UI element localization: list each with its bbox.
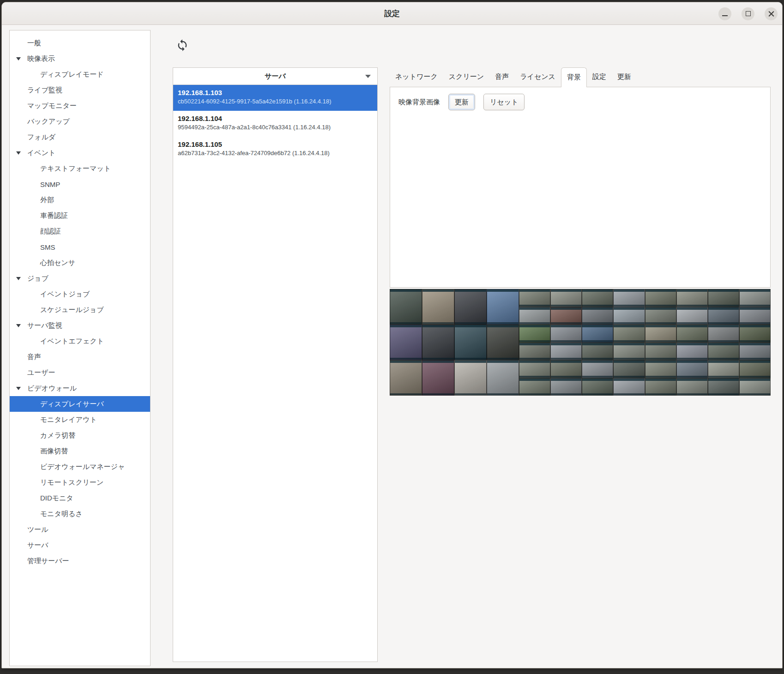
sidebar-tree-item[interactable]: 顔認証 (10, 223, 150, 239)
expander-arrow-icon[interactable] (16, 151, 21, 155)
sidebar-tree-item[interactable]: 画像切替 (10, 443, 150, 459)
camera-thumbnail (613, 289, 645, 307)
maximize-button[interactable] (742, 7, 754, 20)
server-column-header[interactable]: サーバ (173, 68, 377, 85)
tab-item[interactable]: ネットワーク (390, 67, 443, 87)
sidebar-tree-item[interactable]: ディスプレイサーバ (10, 396, 150, 412)
tab-item[interactable]: 音声 (489, 67, 514, 87)
sidebar-tree-item[interactable]: SNMP (10, 176, 150, 192)
sidebar-tree-item[interactable]: モニタ明るさ (10, 506, 150, 522)
camera-thumbnail (739, 289, 771, 307)
sidebar-item-label: ディスプレイモード (10, 70, 104, 79)
sidebar-tree-item[interactable]: ユーザー (10, 365, 150, 380)
camera-thumbnail (454, 325, 487, 360)
sidebar-tree-item[interactable]: DIDモニタ (10, 490, 150, 506)
camera-thumbnail (582, 325, 613, 343)
server-uuid-version: a62b731a-73c2-4132-afea-724709de6b72 (1.… (178, 149, 377, 157)
sidebar-tree-item[interactable]: ツール (10, 522, 150, 537)
server-uuid-version: cb502214-6092-4125-9917-5a5a42e1591b (1.… (178, 97, 377, 106)
camera-thumbnail (739, 378, 771, 396)
maximize-icon (746, 11, 751, 16)
camera-thumbnail (708, 325, 739, 343)
sidebar-item-label: ユーザー (10, 368, 55, 377)
sidebar-tree-item[interactable]: ライブ監視 (10, 82, 150, 98)
sidebar-tree-item[interactable]: マップモニター (10, 98, 150, 114)
desktop-background: 設定 一般映像表示ディスプレイモードライブ監視マップモニターバックアップフォルダ… (0, 0, 784, 674)
sidebar-tree-item[interactable]: サーバ (10, 537, 150, 553)
close-button[interactable] (765, 7, 778, 20)
camera-thumbnail (390, 360, 422, 396)
camera-thumbnail (582, 289, 613, 307)
sidebar-tree-item[interactable]: イベント (10, 145, 150, 161)
sidebar-item-label: SMS (10, 243, 55, 251)
camera-thumbnail (487, 325, 519, 360)
mosaic-large-tiles (390, 289, 519, 396)
tab-item[interactable]: 設定 (587, 67, 612, 87)
camera-thumbnail (708, 360, 739, 378)
sidebar-tree-item[interactable]: フォルダ (10, 129, 150, 145)
camera-thumbnail (645, 343, 676, 361)
sidebar-tree-item[interactable]: 心拍センサ (10, 255, 150, 271)
sidebar-item-label: イベントエフェクト (10, 337, 104, 346)
tab-item[interactable]: ライセンス (514, 67, 561, 87)
sidebar-tree-item[interactable]: バックアップ (10, 114, 150, 129)
sidebar-tree-item[interactable]: ビデオウォールマネージャ (10, 459, 150, 475)
camera-thumbnail (390, 289, 422, 325)
sidebar-tree-item[interactable]: テキストフォーマット (10, 161, 150, 176)
server-row[interactable]: 192.168.1.103cb502214-6092-4125-9917-5a5… (173, 85, 377, 111)
expander-arrow-icon[interactable] (16, 324, 21, 327)
tab-item[interactable]: 背景 (561, 67, 587, 87)
camera-thumbnail (676, 289, 708, 307)
sidebar-item-label: SNMP (10, 181, 60, 188)
sidebar-item-label: 管理サーバー (10, 557, 69, 566)
settings-window: 設定 一般映像表示ディスプレイモードライブ監視マップモニターバックアップフォルダ… (1, 2, 783, 668)
background-image-row: 映像背景画像 更新 リセット (398, 94, 770, 110)
titlebar[interactable]: 設定 (2, 2, 782, 25)
chevron-down-icon[interactable] (365, 75, 371, 78)
camera-thumbnail (645, 289, 676, 307)
camera-thumbnail (708, 378, 739, 396)
background-tab-panel: 映像背景画像 更新 リセット (390, 87, 771, 288)
tab-item[interactable]: 更新 (612, 67, 637, 87)
camera-thumbnail (519, 325, 550, 343)
refresh-button[interactable] (176, 39, 189, 52)
sidebar-tree-item[interactable]: 外部 (10, 192, 150, 208)
camera-thumbnail (708, 343, 739, 361)
sidebar-tree-item[interactable]: SMS (10, 239, 150, 255)
sidebar-tree-item[interactable]: イベントエフェクト (10, 333, 150, 349)
sidebar-tree-item[interactable]: 車番認証 (10, 208, 150, 223)
sidebar-item-label: ディスプレイサーバ (10, 400, 104, 409)
minimize-button[interactable] (718, 7, 731, 20)
camera-thumbnail (645, 360, 676, 378)
expander-arrow-icon[interactable] (16, 57, 21, 60)
sidebar-tree-item[interactable]: 映像表示 (10, 51, 150, 66)
server-ip: 192.168.1.105 (178, 140, 377, 149)
sidebar-tree-item[interactable]: 一般 (10, 35, 150, 51)
tab-item[interactable]: スクリーン (443, 67, 489, 87)
camera-thumbnail (582, 360, 613, 378)
camera-thumbnail (613, 343, 645, 361)
sidebar-tree-item[interactable]: 音声 (10, 349, 150, 365)
sidebar-tree-item[interactable]: モニタレイアウト (10, 412, 150, 427)
camera-thumbnail (645, 325, 676, 343)
reset-background-button[interactable]: リセット (483, 94, 525, 110)
sidebar-tree-item[interactable]: ビデオウォール (10, 380, 150, 396)
sidebar-tree-item[interactable]: リモートスクリーン (10, 475, 150, 490)
update-background-button[interactable]: 更新 (448, 94, 475, 110)
server-row[interactable]: 192.168.1.1049594492a-25ca-487a-a2a1-8c4… (173, 111, 377, 137)
expander-arrow-icon[interactable] (16, 277, 21, 280)
sidebar-tree-item[interactable]: ジョブ (10, 271, 150, 286)
server-row[interactable]: 192.168.1.105a62b731a-73c2-4132-afea-724… (173, 137, 377, 162)
sidebar-tree-item[interactable]: 管理サーバー (10, 553, 150, 569)
camera-thumbnail (613, 307, 645, 325)
sidebar-tree-item[interactable]: カメラ切替 (10, 427, 150, 443)
camera-thumbnail (582, 343, 613, 361)
camera-thumbnail (519, 307, 550, 325)
sidebar-tree-item[interactable]: ディスプレイモード (10, 66, 150, 82)
sidebar-item-label: スケジュールジョブ (10, 306, 104, 314)
expander-arrow-icon[interactable] (16, 387, 21, 390)
camera-thumbnail (519, 289, 550, 307)
sidebar-tree-item[interactable]: スケジュールジョブ (10, 302, 150, 318)
sidebar-tree-item[interactable]: イベントジョブ (10, 286, 150, 302)
sidebar-tree-item[interactable]: サーバ監視 (10, 318, 150, 333)
